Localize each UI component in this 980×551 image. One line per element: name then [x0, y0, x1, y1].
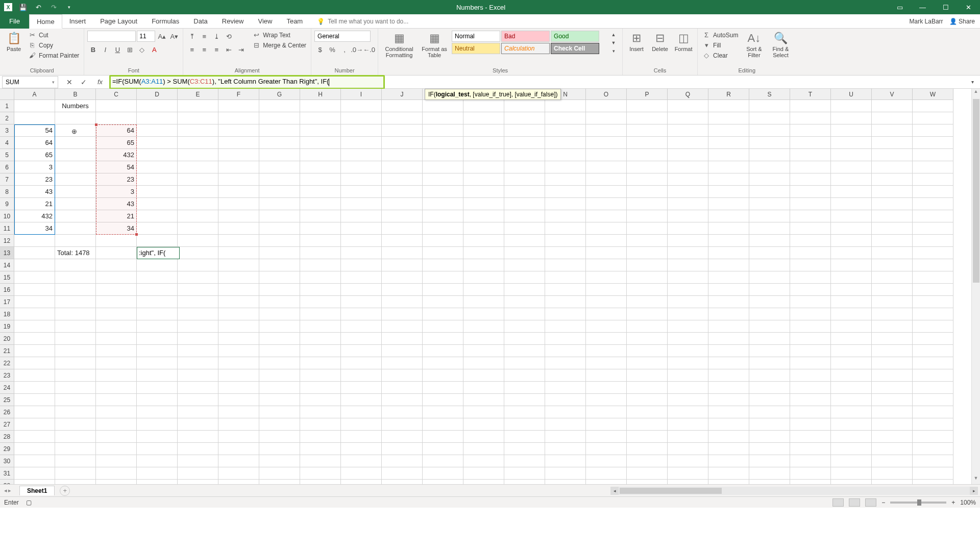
cell[interactable]	[382, 137, 423, 149]
cell[interactable]	[831, 480, 872, 484]
cell[interactable]	[423, 382, 463, 394]
cell[interactable]	[627, 443, 668, 455]
cell[interactable]	[14, 406, 55, 418]
cell[interactable]	[341, 394, 382, 406]
cell[interactable]	[178, 480, 218, 484]
cell[interactable]	[831, 124, 872, 137]
style-scroll-down-icon[interactable]: ▼	[608, 39, 619, 46]
format-as-table-button[interactable]: ▦ Format as Table	[419, 31, 450, 58]
col-header-C[interactable]: C	[96, 89, 137, 100]
cell[interactable]	[504, 333, 545, 345]
decrease-decimal-icon[interactable]: ←.0	[363, 44, 375, 55]
cell[interactable]	[14, 345, 55, 357]
cell[interactable]	[831, 455, 872, 467]
cell[interactable]	[14, 235, 55, 247]
cell[interactable]	[423, 394, 463, 406]
cell[interactable]	[913, 124, 953, 137]
cell[interactable]	[218, 382, 259, 394]
cell[interactable]	[627, 455, 668, 467]
share-button[interactable]: 👤 Share	[949, 18, 975, 25]
cell[interactable]	[218, 100, 259, 112]
cell[interactable]	[341, 431, 382, 443]
cell[interactable]	[55, 394, 96, 406]
cell[interactable]	[14, 271, 55, 284]
cell[interactable]	[913, 345, 953, 357]
cell[interactable]	[341, 345, 382, 357]
cell[interactable]	[423, 333, 463, 345]
cell[interactable]	[55, 308, 96, 320]
accounting-icon[interactable]: $	[314, 44, 326, 55]
cell[interactable]	[504, 271, 545, 284]
cell[interactable]	[872, 357, 913, 369]
cell[interactable]	[463, 480, 504, 484]
cell[interactable]	[55, 480, 96, 484]
cell[interactable]	[137, 308, 178, 320]
cell[interactable]	[137, 333, 178, 345]
cell[interactable]	[463, 149, 504, 161]
cell[interactable]	[137, 418, 178, 431]
row-header-26[interactable]: 26	[0, 406, 14, 418]
close-icon[interactable]: ✕	[957, 0, 980, 14]
cell[interactable]	[913, 406, 953, 418]
cell[interactable]	[137, 345, 178, 357]
cell[interactable]	[55, 137, 96, 149]
cell[interactable]	[545, 259, 586, 271]
cell[interactable]	[300, 333, 341, 345]
cell[interactable]	[178, 382, 218, 394]
cell[interactable]	[545, 382, 586, 394]
cell[interactable]	[137, 296, 178, 308]
zoom-thumb[interactable]	[917, 499, 921, 506]
cell[interactable]	[831, 357, 872, 369]
cell[interactable]	[218, 345, 259, 357]
cell[interactable]	[790, 259, 831, 271]
cell[interactable]	[872, 161, 913, 173]
name-box-dropdown-icon[interactable]: ▾	[52, 80, 55, 85]
cell[interactable]	[831, 173, 872, 186]
row-header-25[interactable]: 25	[0, 394, 14, 406]
cell[interactable]	[382, 222, 423, 235]
cell[interactable]	[259, 100, 300, 112]
cell[interactable]	[545, 418, 586, 431]
cell[interactable]	[913, 308, 953, 320]
cell[interactable]	[586, 418, 627, 431]
save-icon[interactable]: 💾	[18, 3, 28, 12]
cell[interactable]	[545, 406, 586, 418]
cell[interactable]	[708, 431, 749, 443]
active-edit-cell[interactable]: :ight", IF(	[137, 247, 180, 259]
cell[interactable]	[218, 443, 259, 455]
cell[interactable]	[504, 406, 545, 418]
col-header-H[interactable]: H	[300, 89, 341, 100]
cell[interactable]	[749, 222, 790, 235]
scroll-up-icon[interactable]: ▲	[972, 89, 980, 97]
cell[interactable]	[708, 394, 749, 406]
cell[interactable]	[831, 333, 872, 345]
cell[interactable]	[382, 124, 423, 137]
cell[interactable]	[708, 198, 749, 210]
cell[interactable]	[749, 112, 790, 124]
cell[interactable]	[341, 296, 382, 308]
cell[interactable]	[382, 467, 423, 480]
cell[interactable]	[137, 124, 178, 137]
cell[interactable]	[872, 198, 913, 210]
sort-filter-button[interactable]: A↓Sort & Filter	[742, 31, 766, 58]
cell[interactable]	[872, 467, 913, 480]
cell[interactable]	[831, 271, 872, 284]
cell[interactable]: 34	[96, 222, 137, 235]
cell[interactable]	[423, 137, 463, 149]
cell[interactable]	[749, 259, 790, 271]
cell[interactable]	[218, 124, 259, 137]
cell[interactable]	[463, 418, 504, 431]
cell[interactable]	[586, 186, 627, 198]
cell[interactable]	[259, 455, 300, 467]
cell[interactable]	[96, 308, 137, 320]
cell[interactable]	[463, 345, 504, 357]
cell[interactable]	[831, 137, 872, 149]
cell[interactable]	[708, 333, 749, 345]
cell[interactable]	[463, 271, 504, 284]
cell[interactable]	[627, 382, 668, 394]
cell[interactable]	[913, 247, 953, 259]
row-header-15[interactable]: 15	[0, 271, 14, 284]
cell[interactable]	[463, 161, 504, 173]
cell[interactable]	[831, 431, 872, 443]
cell[interactable]	[14, 443, 55, 455]
